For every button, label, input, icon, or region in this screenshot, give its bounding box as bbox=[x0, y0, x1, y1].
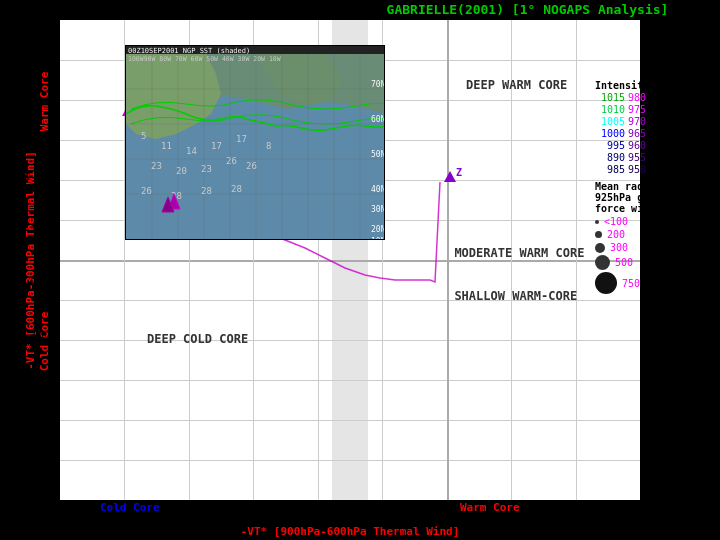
radius-subtitle: 925hPa gale bbox=[595, 192, 715, 203]
grid-v-8 bbox=[576, 20, 577, 500]
radius-title: Mean radius of bbox=[595, 181, 715, 192]
x-tick-300: -300 bbox=[243, 506, 265, 516]
shallow-warm-core-label: SHALLOW WARM-CORE bbox=[454, 289, 577, 303]
title-text: GABRIELLE(2001) [1° NOGAPS Analysis] bbox=[387, 2, 669, 17]
dot-300 bbox=[595, 243, 605, 253]
svg-text:30N: 30N bbox=[371, 205, 384, 214]
zero-line-v bbox=[447, 20, 449, 500]
map-inset: 00Z10SEP2001 NGP SST (shaded) bbox=[125, 45, 385, 240]
legend-row-1: 1015 980 bbox=[595, 92, 715, 103]
x-warm-core-label: Warm Core bbox=[460, 501, 520, 514]
svg-text:23: 23 bbox=[151, 161, 162, 171]
x-warm-text: Warm Core bbox=[460, 501, 520, 514]
chart-area: DEEP WARM CORE MODERATE WARM CORE SHALLO… bbox=[60, 20, 640, 500]
legend-row-7: 985 950 bbox=[595, 164, 715, 175]
dot-row-300: 300 bbox=[595, 242, 715, 253]
y-tick-600n: -600 bbox=[25, 488, 47, 498]
svg-text:17: 17 bbox=[236, 134, 247, 144]
svg-text:40N: 40N bbox=[371, 185, 384, 194]
svg-text:26: 26 bbox=[141, 186, 152, 196]
chart-title: GABRIELLE(2001) [1° NOGAPS Analysis] bbox=[340, 2, 715, 17]
legend-row-3: 1005 970 bbox=[595, 116, 715, 127]
main-container: GABRIELLE(2001) [1° NOGAPS Analysis] Sta… bbox=[0, 0, 720, 540]
dot-legend-section: Mean radius of 925hPa gale force wind (k… bbox=[595, 181, 715, 294]
svg-text:14: 14 bbox=[186, 146, 197, 156]
legend-row-4: 1000 965 bbox=[595, 128, 715, 139]
svg-text:11: 11 bbox=[161, 141, 172, 151]
x-tick-600: -600 bbox=[48, 506, 70, 516]
dot-row-750: 750 bbox=[595, 272, 715, 294]
dot-200 bbox=[595, 231, 602, 238]
x-tick-400: -400 bbox=[179, 506, 201, 516]
svg-text:20N: 20N bbox=[371, 225, 384, 234]
y-tick-400n: -400 bbox=[25, 382, 47, 392]
grid-h-10 bbox=[60, 420, 640, 421]
point-z-label: Z bbox=[456, 167, 462, 178]
y-tick-300n: -300 bbox=[25, 330, 47, 340]
svg-text:60N: 60N bbox=[371, 115, 384, 124]
y-tick-300: 300 bbox=[25, 10, 41, 20]
deep-warm-core-label: DEEP WARM CORE bbox=[466, 78, 567, 92]
zero-line-h bbox=[60, 260, 640, 262]
x-cold-text: Cold Core bbox=[100, 501, 160, 514]
svg-text:8: 8 bbox=[266, 141, 271, 151]
svg-text:28: 28 bbox=[201, 186, 212, 196]
cold-core-label-left: Cold Core bbox=[38, 312, 51, 372]
grid-h-9 bbox=[60, 380, 640, 381]
x-tick-200p: 200 bbox=[556, 506, 572, 516]
y-tick-0: 0 bbox=[25, 171, 30, 181]
x-tick-100: -100 bbox=[370, 506, 392, 516]
svg-text:70N: 70N bbox=[371, 80, 384, 89]
y-tick-100n: -100 bbox=[25, 224, 47, 234]
x-tick-0: 0 bbox=[440, 506, 445, 516]
legend-row-6: 890 955 bbox=[595, 152, 715, 163]
x-tick-200: -200 bbox=[307, 506, 329, 516]
svg-text:26: 26 bbox=[226, 156, 237, 166]
x-cold-core-label: Cold Core bbox=[100, 501, 160, 514]
grid-h-11 bbox=[60, 460, 640, 461]
svg-text:10N: 10N bbox=[371, 237, 384, 239]
svg-text:50N: 50N bbox=[371, 150, 384, 159]
y-tick-200n: -200 bbox=[25, 277, 47, 287]
svg-text:23: 23 bbox=[201, 164, 212, 174]
legend-row-5: 995 960 bbox=[595, 140, 715, 151]
deep-cold-core-label: DEEP COLD CORE bbox=[147, 332, 248, 346]
y-tick-500n: -500 bbox=[25, 435, 47, 445]
moderate-warm-core-label: MODERATE WARM CORE bbox=[454, 246, 584, 260]
dot-row-500: 500 bbox=[595, 255, 715, 270]
radius-unit: force wind (km): bbox=[595, 203, 715, 214]
dot-500 bbox=[595, 255, 610, 270]
map-svg: 70N 60N 50N 40N 30N 20N 10N 5 11 14 17 1… bbox=[126, 54, 384, 239]
map-coord-label: 100W90W 80W 70W 60W 50W 40W 30W 20W 10W bbox=[126, 55, 384, 63]
svg-text:20: 20 bbox=[176, 166, 187, 176]
dot-row-200: 200 bbox=[595, 229, 715, 240]
svg-text:5: 5 bbox=[141, 131, 146, 141]
x-axis-label: -VT* [900hPa-600hPa Thermal Wind] bbox=[60, 525, 640, 538]
legend-row-2: 1010 975 bbox=[595, 104, 715, 115]
grid-v-7 bbox=[511, 20, 512, 500]
x-axis-text: -VT* [900hPa-600hPa Thermal Wind] bbox=[241, 525, 460, 538]
legend-title: Intensity (hPa): bbox=[595, 80, 715, 91]
svg-text:28: 28 bbox=[231, 184, 242, 194]
dot-row-100: <100 bbox=[595, 216, 715, 227]
point-z bbox=[444, 171, 456, 182]
svg-text:26: 26 bbox=[246, 161, 257, 171]
dot-100 bbox=[595, 220, 599, 224]
dot-750 bbox=[595, 272, 617, 294]
legend-area: Intensity (hPa): 1015 980 1010 975 1005 … bbox=[595, 80, 715, 296]
svg-text:17: 17 bbox=[211, 141, 222, 151]
x-tick-300p: 300 bbox=[620, 506, 636, 516]
y-tick-100: 100 bbox=[25, 118, 41, 128]
y-tick-200: 200 bbox=[25, 66, 41, 76]
